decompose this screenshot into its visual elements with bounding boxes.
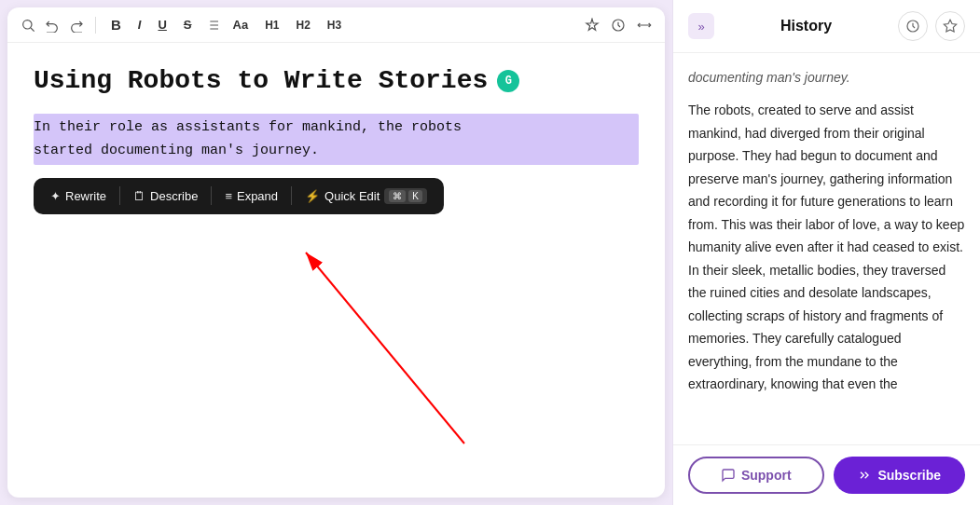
history-body[interactable]: documenting man's journey. The robots, c… — [673, 53, 980, 444]
history-intro-text: documenting man's journey. — [688, 68, 965, 88]
grammarly-badge: G — [497, 70, 519, 92]
k-key: K — [408, 190, 422, 202]
history-panel: » History documenting man's journey. The… — [672, 0, 980, 505]
underline-button[interactable]: U — [154, 16, 170, 34]
document-title: Using Robots to Write Stories G — [34, 65, 639, 97]
strikethrough-button[interactable]: S — [180, 16, 196, 34]
svg-marker-13 — [944, 20, 956, 32]
divider-1 — [95, 17, 96, 34]
rewrite-icon: ✦ — [50, 189, 61, 203]
toolbar-right — [585, 18, 652, 33]
expand-button[interactable]: ≡ Expand — [215, 184, 287, 208]
redo-icon[interactable] — [69, 18, 84, 33]
italic-button[interactable]: I — [134, 16, 145, 34]
history-title: History — [722, 18, 890, 34]
history-star-button[interactable] — [935, 11, 965, 41]
history-footer: Support Subscribe — [673, 444, 980, 505]
selected-text: In their role as assistants for mankind,… — [34, 114, 639, 165]
arrow-annotation — [7, 43, 665, 498]
describe-button[interactable]: 🗒 Describe — [124, 184, 207, 208]
expand-panel-icon[interactable]: » — [688, 13, 714, 39]
support-button[interactable]: Support — [688, 457, 824, 494]
quick-edit-icon: ⚡ — [305, 189, 320, 203]
editor-toolbar: B I U S Aa H1 H2 H3 — [7, 7, 665, 43]
history-clock-button[interactable] — [898, 11, 928, 41]
svg-line-11 — [306, 252, 464, 444]
svg-line-1 — [31, 28, 35, 32]
quick-edit-button[interactable]: ⚡ Quick Edit ⌘ K — [296, 184, 436, 209]
support-icon — [721, 468, 736, 483]
ai-divider-3 — [291, 186, 292, 205]
ai-divider-2 — [211, 186, 212, 205]
cmd-symbol: ⌘ — [389, 190, 406, 202]
h2-button[interactable]: H2 — [293, 17, 314, 34]
subscribe-icon — [857, 468, 872, 483]
rewrite-button[interactable]: ✦ Rewrite — [41, 184, 116, 208]
font-normal-button[interactable]: Aa — [229, 16, 253, 34]
h1-button[interactable]: H1 — [261, 17, 283, 34]
svg-point-0 — [23, 20, 32, 28]
ai-toolbar: ✦ Rewrite 🗒 Describe ≡ Expand ⚡ Quick Ed… — [34, 178, 444, 214]
bold-button[interactable]: B — [107, 15, 125, 34]
subscribe-button[interactable]: Subscribe — [834, 457, 966, 494]
magic-icon[interactable] — [585, 18, 600, 33]
list-icon[interactable] — [205, 18, 220, 33]
history-header: » History — [673, 0, 980, 53]
expand-all-icon[interactable] — [637, 18, 652, 33]
ai-divider-1 — [119, 186, 120, 205]
quick-edit-shortcut: ⌘ K — [384, 188, 427, 204]
h3-button[interactable]: H3 — [324, 17, 345, 34]
undo-icon[interactable] — [45, 18, 60, 33]
describe-icon: 🗒 — [133, 189, 145, 203]
history-main-text: The robots, created to serve and assist … — [688, 99, 965, 396]
expand-icon: ≡ — [225, 189, 232, 203]
clock-icon[interactable] — [611, 18, 626, 33]
editor-panel: B I U S Aa H1 H2 H3 Using Robots to Writ… — [7, 7, 665, 498]
editor-content[interactable]: Using Robots to Write Stories G In their… — [7, 43, 665, 498]
search-icon[interactable] — [21, 18, 35, 33]
